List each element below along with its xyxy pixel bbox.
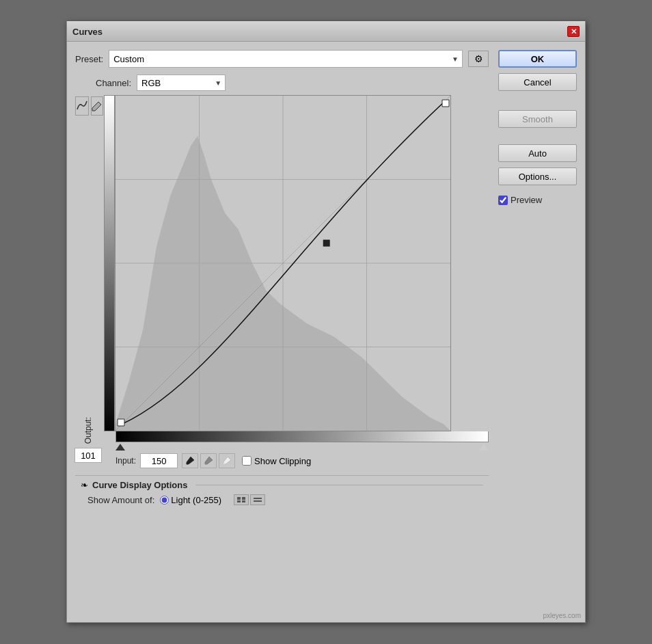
show-clipping-label: Show Clipping [254, 456, 311, 466]
svg-point-1 [205, 463, 207, 465]
dialog-title: Curves [72, 27, 103, 37]
curves-canvas-wrapper[interactable] [115, 95, 451, 431]
preset-manage-icon: ⚙ [474, 53, 483, 64]
svg-point-0 [187, 463, 189, 465]
svg-rect-6 [242, 500, 245, 502]
gray-eyedropper-button[interactable] [200, 453, 217, 468]
curve-display-expand-icon[interactable]: ❧ [81, 480, 88, 490]
eyedropper-tools [182, 453, 235, 468]
curves-center-column: Input: [104, 95, 489, 468]
pencil-icon [92, 100, 103, 111]
tool-icons-row [75, 96, 101, 116]
curves-main-area: Output: 101 [75, 95, 489, 468]
spacer [498, 96, 577, 105]
show-clipping-checkbox[interactable] [242, 456, 252, 466]
svg-rect-7 [254, 498, 262, 499]
curve-display-section: ❧ Curve Display Options Show Amount of: … [75, 475, 489, 511]
preview-row: Preview [498, 195, 577, 205]
white-point-slider[interactable] [479, 444, 489, 451]
curve-display-divider [195, 485, 483, 485]
svg-rect-3 [237, 497, 241, 500]
preview-label: Preview [511, 195, 542, 205]
h-gradient-row [116, 431, 489, 442]
pencil-tool-button[interactable] [91, 96, 103, 116]
grid-view-icon [236, 496, 246, 503]
curve-display-title: Curve Display Options [92, 480, 187, 490]
preset-label: Preset: [75, 54, 103, 64]
channel-label: Channel: [96, 78, 131, 88]
output-vertical-label: Output: [83, 417, 93, 444]
list-view-icon [253, 496, 262, 503]
preset-manage-button[interactable]: ⚙ [468, 51, 489, 67]
slider-triangles-row [116, 442, 489, 452]
curves-canvas[interactable] [116, 96, 450, 431]
black-eyedropper-button[interactable] [182, 453, 198, 468]
channel-dropdown-wrapper: RGB Red Green Blue ▼ [137, 75, 226, 91]
input-value-field[interactable] [140, 453, 178, 468]
left-tool-column: Output: 101 [75, 95, 101, 468]
smooth-button[interactable]: Smooth [498, 110, 577, 128]
vertical-gradient-bar [104, 95, 115, 431]
auto-button[interactable]: Auto [498, 144, 577, 162]
black-point-slider[interactable] [116, 444, 125, 451]
curve-tool-icon [76, 100, 88, 112]
output-area: Output: 101 [75, 118, 101, 468]
light-option-label: Light (0-255) [171, 495, 221, 505]
switch-icons [234, 494, 265, 505]
svg-rect-8 [254, 500, 262, 502]
gray-eyedropper-icon [204, 456, 213, 466]
channel-row: Channel: RGB Red Green Blue ▼ [75, 75, 489, 91]
right-panel: OK Cancel Smooth Auto Options... Preview [498, 50, 577, 511]
svg-rect-5 [237, 500, 241, 502]
show-clipping-row: Show Clipping [242, 456, 311, 466]
left-panel: Preset: Custom Default Linear Contrast M… [75, 50, 489, 511]
preset-row: Preset: Custom Default Linear Contrast M… [75, 50, 489, 68]
spacer2 [498, 133, 577, 139]
preset-dropdown-wrapper: Custom Default Linear Contrast Medium Co… [109, 50, 463, 68]
white-eyedropper-button[interactable] [219, 453, 235, 468]
show-amount-label: Show Amount of: [87, 495, 154, 505]
dialog-body: Preset: Custom Default Linear Contrast M… [67, 42, 585, 519]
title-bar: Curves ✕ [67, 21, 585, 42]
horizontal-gradient-bar [116, 431, 489, 442]
show-amount-row: Show Amount of: Light (0-255) [81, 494, 483, 505]
light-radio[interactable] [160, 496, 169, 505]
light-radio-option: Light (0-255) [160, 495, 221, 505]
input-row: Input: [116, 453, 489, 468]
options-button[interactable]: Options... [498, 167, 577, 185]
curve-display-header: ❧ Curve Display Options [81, 480, 483, 490]
svg-rect-4 [242, 497, 245, 500]
input-label: Input: [116, 456, 136, 466]
output-value-field[interactable]: 101 [74, 448, 102, 463]
canvas-with-gradient [104, 95, 489, 431]
cancel-button[interactable]: Cancel [498, 73, 577, 91]
svg-point-2 [223, 463, 226, 465]
curve-tool-button[interactable] [75, 96, 89, 116]
curves-dialog: Curves ✕ Preset: Custom Default Linear C… [66, 21, 586, 623]
watermark: pxleyes.com [543, 612, 581, 619]
switch-icon-2[interactable] [250, 494, 265, 505]
black-eyedropper-icon [185, 456, 195, 466]
close-button[interactable]: ✕ [567, 26, 580, 37]
channel-select[interactable]: RGB Red Green Blue [137, 75, 226, 91]
ok-button[interactable]: OK [498, 50, 577, 68]
preview-checkbox[interactable] [498, 196, 508, 205]
switch-icon-1[interactable] [234, 494, 249, 505]
white-eyedropper-icon [222, 456, 232, 466]
preset-select[interactable]: Custom Default Linear Contrast Medium Co… [109, 50, 463, 68]
